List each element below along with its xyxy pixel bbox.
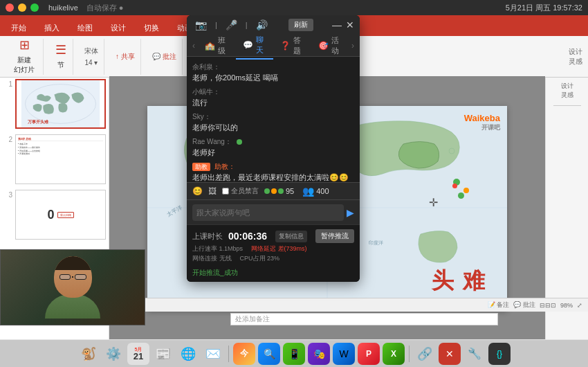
total-number: 400 — [316, 187, 329, 195]
dock-system[interactable]: ⚙️ — [102, 343, 125, 365]
section-icon: ☰ — [55, 42, 66, 57]
mic-icon[interactable]: 🎤 — [223, 18, 240, 32]
close-panel-btn[interactable]: ✕ — [346, 19, 354, 30]
dock-app3[interactable]: 📱 — [283, 343, 305, 365]
chat-name-3: Rae Wang： — [192, 137, 354, 147]
dock-finder[interactable]: 🐒 — [77, 343, 100, 365]
dock-app6[interactable]: ✕ — [439, 343, 461, 365]
notes-btn[interactable]: 📝 备注 — [488, 301, 510, 310]
person-silhouette — [45, 256, 100, 319]
comments-btn[interactable]: 💬 批注 — [513, 301, 535, 310]
share-icon[interactable]: ↑ 共享 — [116, 52, 135, 62]
chat-msg-0: 余利泉： 老师，你200ms延迟 喝嗝 — [192, 62, 354, 83]
chat-messages[interactable]: 余利泉： 老师，你200ms延迟 喝嗝 小蜗牛： 流行 Sky： 老师你可以的 … — [187, 57, 360, 182]
camera-icon[interactable]: 📷 — [192, 18, 210, 32]
auto-save-label: 自动保存 ● — [86, 3, 124, 13]
slide-image-3[interactable]: 0 重点回顾 — [15, 190, 106, 240]
comment-icon[interactable]: 💬 批注 — [152, 52, 176, 62]
panel-separator2: | — [246, 21, 248, 29]
pause-stream-btn[interactable]: 暂停推流 — [315, 229, 354, 243]
slide-thumb-3[interactable]: 3 0 重点回顾 — [3, 190, 106, 240]
tab-start[interactable]: 开始 — [3, 20, 35, 36]
dock-app1[interactable]: 今 — [233, 343, 255, 365]
dock-ppt[interactable]: P — [358, 343, 380, 365]
viewers-number: 95 — [286, 187, 294, 195]
body — [45, 294, 100, 319]
chat-msg-4: 助教 助教： 老师出差跑，最近老师课程安排的太满啦😊😊 — [192, 162, 354, 182]
notes-area[interactable]: 处添加备注 — [230, 313, 498, 325]
tab-insert[interactable]: 插入 — [36, 20, 68, 36]
font-size[interactable]: 14 ▾ — [85, 59, 98, 66]
design-ideas-sidebar[interactable]: 设计灵感 — [561, 82, 573, 100]
duration-label: 上课时长 — [192, 231, 223, 242]
chat-text-0: 老师，你200ms延迟 喝嗝 — [192, 73, 354, 83]
copy-info-btn[interactable]: 复制信息 — [275, 231, 307, 242]
section-label[interactable]: 节 — [55, 59, 67, 71]
stream-status: 开始推流_成功 — [192, 269, 238, 276]
dock-app5[interactable]: 🔗 — [414, 343, 436, 365]
new-slide-icon: ⊞ — [19, 37, 30, 53]
chat-name-4: 助教 助教： — [192, 162, 354, 172]
svg-text:印度洋: 印度洋 — [369, 240, 383, 246]
emoji-btn[interactable]: 😊 — [192, 186, 203, 196]
dot-red — [452, 184, 457, 188]
duration-row: 上课时长 00:06:36 复制信息 暂停推流 — [192, 229, 354, 243]
send-message-btn[interactable]: ▶ — [347, 207, 354, 218]
tab-chat[interactable]: 💬 聊天 — [236, 32, 274, 60]
dock-app8[interactable]: {} — [488, 343, 511, 365]
image-btn[interactable]: 🖼 — [208, 186, 217, 196]
mute-all-checkbox[interactable] — [222, 188, 229, 195]
dock-calendar[interactable]: 5月 21 — [127, 343, 149, 365]
slide-number-2: 2 — [3, 136, 12, 143]
dock-excel[interactable]: X — [383, 343, 405, 365]
slide-thumb-1[interactable]: 1 万事开头难 — [3, 79, 106, 129]
slide3-restart-btn[interactable]: 重点回顾 — [57, 212, 74, 218]
tab-nav-right[interactable]: › — [349, 41, 357, 51]
stats-details2: 网络连接 无线 CPU占用 23% — [192, 254, 354, 263]
tab-transition[interactable]: 切换 — [136, 20, 167, 36]
tab-answer[interactable]: ❓ 答题 — [273, 33, 311, 59]
dock-app7[interactable]: 🔧 — [463, 343, 486, 365]
slide-thumb-2[interactable]: 2 第2讲 启动 • 准备工作• 安装软件——慕灯插件• 开始直播——点击按钮•… — [3, 134, 106, 184]
dock-browser[interactable]: 🌐 — [177, 343, 199, 365]
view-btns[interactable]: ⊟⊟⊡ — [540, 302, 556, 309]
tab-nav-left[interactable]: ‹ — [190, 41, 198, 51]
cursor-indicator: ✛ — [429, 196, 438, 209]
mute-all-label[interactable]: 全员禁言 — [222, 186, 259, 196]
panel-media-controls: 📷 | 🎤 | 🔊 — [192, 18, 270, 32]
dock-mail[interactable]: ✉️ — [202, 343, 224, 365]
dock-app4[interactable]: 🎭 — [308, 343, 330, 365]
tab-activity[interactable]: 🎯 活动 — [311, 33, 349, 59]
minimize-panel-btn[interactable]: — — [332, 19, 342, 30]
slide-image-2[interactable]: 第2讲 启动 • 准备工作• 安装软件——慕灯插件• 开始直播——点击按钮• 开… — [15, 134, 106, 184]
dock-app2[interactable]: 🔍 — [258, 343, 280, 365]
dot-green2 — [458, 193, 464, 199]
assistant-badge: 助教 — [192, 163, 210, 171]
viewer-dot-3 — [278, 188, 284, 194]
zoom-fit-btn[interactable]: ⤢ — [577, 302, 582, 309]
new-slide-label[interactable]: 新建幻灯片 — [11, 54, 37, 76]
tab-draw[interactable]: 绘图 — [69, 20, 101, 36]
minimize-window-btn[interactable] — [18, 3, 26, 12]
chat-text-1: 流行 — [192, 98, 354, 108]
window-controls: huikelive 自动保存 ● — [6, 3, 124, 13]
chat-msg-1: 小蜗牛： 流行 — [192, 87, 354, 108]
viewer-dot-1 — [264, 188, 270, 194]
waikeba-logo: Waikeba 开课吧 — [464, 113, 500, 132]
dock-word[interactable]: W — [333, 343, 355, 365]
close-window-btn[interactable] — [6, 3, 14, 12]
chat-input[interactable] — [192, 204, 344, 221]
tab-class[interactable]: 🏫 班级 — [198, 33, 236, 59]
refresh-button[interactable]: 刷新 — [288, 19, 313, 31]
chat-name-0: 余利泉： — [192, 62, 354, 72]
panel-info: 上课时长 00:06:36 复制信息 暂停推流 上行速率 1.1Mbps 网络延… — [187, 224, 360, 282]
slide-image-1[interactable]: 万事开头难 — [15, 79, 106, 129]
class-icon: 🏫 — [205, 41, 215, 51]
huike-panel: 📷 | 🎤 | 🔊 刷新 — ✕ ‹ 🏫 班级 💬 聊天 ❓ 答题 🎯 活动 — [187, 15, 360, 282]
tab-design[interactable]: 设计 — [102, 20, 134, 36]
speaker-icon[interactable]: 🔊 — [253, 18, 270, 32]
design-ideas-btn[interactable]: 设计灵感 — [569, 47, 582, 66]
font-name[interactable]: 宋体 — [84, 46, 98, 56]
dock-news[interactable]: 📰 — [152, 343, 174, 365]
fullscreen-window-btn[interactable] — [30, 3, 39, 12]
